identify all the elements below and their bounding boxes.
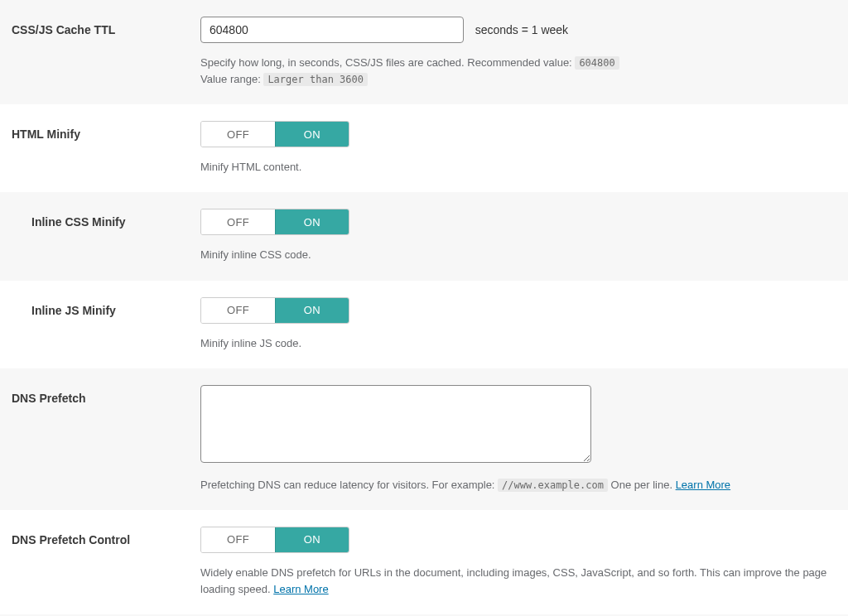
inline-css-minify-toggle[interactable]: OFF ON bbox=[200, 209, 349, 235]
setting-help: Minify inline CSS code. bbox=[200, 247, 836, 263]
toggle-off[interactable]: OFF bbox=[201, 209, 275, 234]
toggle-on[interactable]: ON bbox=[275, 122, 349, 147]
setting-label: DNS Prefetch bbox=[12, 385, 200, 493]
setting-row-cache-ttl: CSS/JS Cache TTL seconds = 1 week Specif… bbox=[0, 0, 848, 104]
learn-more-link[interactable]: Learn More bbox=[273, 583, 328, 595]
setting-help: Widely enable DNS prefetch for URLs in t… bbox=[200, 565, 836, 598]
setting-label: Inline CSS Minify bbox=[12, 209, 200, 263]
setting-label: HTML Minify bbox=[12, 121, 200, 176]
setting-row-dns-prefetch-control: DNS Prefetch Control OFF ON Widely enabl… bbox=[0, 510, 848, 614]
setting-control: Prefetching DNS can reduce latency for v… bbox=[200, 385, 836, 493]
setting-label: CSS/JS Cache TTL bbox=[12, 17, 200, 88]
toggle-on[interactable]: ON bbox=[275, 298, 349, 323]
setting-control: OFF ON Widely enable DNS prefetch for UR… bbox=[200, 527, 836, 598]
dns-prefetch-control-toggle[interactable]: OFF ON bbox=[200, 527, 349, 553]
toggle-off[interactable]: OFF bbox=[201, 122, 275, 147]
setting-control: seconds = 1 week Specify how long, in se… bbox=[200, 17, 836, 88]
toggle-on[interactable]: ON bbox=[275, 527, 349, 552]
setting-row-dns-prefetch: DNS Prefetch Prefetching DNS can reduce … bbox=[0, 368, 848, 510]
help-code: Larger than 3600 bbox=[263, 73, 368, 86]
toggle-off[interactable]: OFF bbox=[201, 527, 275, 552]
setting-help: Prefetching DNS can reduce latency for v… bbox=[200, 477, 836, 493]
dns-prefetch-textarea[interactable] bbox=[200, 385, 591, 463]
setting-help: Minify inline JS code. bbox=[200, 335, 836, 352]
toggle-on[interactable]: ON bbox=[275, 209, 349, 234]
setting-help: Specify how long, in seconds, CSS/JS fil… bbox=[200, 55, 836, 88]
setting-label: DNS Prefetch Control bbox=[12, 527, 200, 598]
help-code: //www.example.com bbox=[498, 479, 608, 492]
setting-row-inline-css-minify: Inline CSS Minify OFF ON Minify inline C… bbox=[0, 192, 848, 280]
setting-label: Inline JS Minify bbox=[12, 297, 200, 352]
toggle-off[interactable]: OFF bbox=[201, 298, 275, 323]
cache-ttl-input[interactable] bbox=[200, 17, 464, 43]
setting-control: OFF ON Minify inline CSS code. bbox=[200, 209, 836, 263]
html-minify-toggle[interactable]: OFF ON bbox=[200, 121, 349, 147]
inline-js-minify-toggle[interactable]: OFF ON bbox=[200, 297, 349, 324]
setting-row-html-minify: HTML Minify OFF ON Minify HTML content. bbox=[0, 104, 848, 192]
setting-row-inline-js-minify: Inline JS Minify OFF ON Minify inline JS… bbox=[0, 281, 848, 368]
learn-more-link[interactable]: Learn More bbox=[676, 479, 730, 491]
setting-help: Minify HTML content. bbox=[200, 159, 836, 176]
help-code: 604800 bbox=[575, 56, 619, 70]
cache-ttl-suffix: seconds = 1 week bbox=[475, 23, 568, 36]
setting-control: OFF ON Minify HTML content. bbox=[200, 121, 836, 176]
setting-control: OFF ON Minify inline JS code. bbox=[200, 297, 836, 352]
